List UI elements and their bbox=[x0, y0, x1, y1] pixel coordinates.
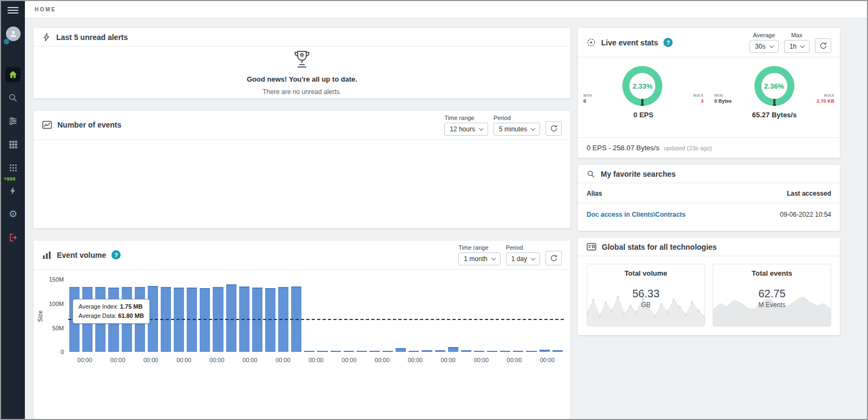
time-range-value: 12 hours bbox=[450, 125, 475, 133]
left-column: Last 5 unread alerts Good news! You bbox=[34, 28, 570, 419]
x-tick: 00:00 bbox=[333, 357, 366, 363]
hamburger-menu-button[interactable] bbox=[8, 5, 18, 15]
volume-controls: Time range 1 month Period 1 day bbox=[458, 241, 562, 269]
eps-min: MIN 0 bbox=[583, 93, 592, 106]
lightning-icon bbox=[9, 186, 17, 195]
bar-chart-icon bbox=[42, 251, 51, 259]
trophy-icon bbox=[291, 49, 313, 70]
user-avatar[interactable] bbox=[6, 26, 21, 41]
id-card-icon bbox=[587, 243, 596, 251]
max-value: 2.70 KB bbox=[817, 98, 834, 104]
live-stats-controls: Average 30s Max 1h bbox=[749, 28, 831, 57]
tooltip-label: Average Index: bbox=[78, 303, 119, 310]
max-value: 3 bbox=[693, 98, 703, 104]
app-window: +999 ⚙ HOME bbox=[0, 0, 868, 420]
volume-bar bbox=[317, 351, 327, 352]
home-icon bbox=[8, 70, 18, 79]
footer-updated: updated (23s ago) bbox=[663, 145, 712, 151]
chart-image-icon bbox=[42, 121, 52, 129]
volume-bar bbox=[409, 351, 419, 352]
help-badge[interactable]: ? bbox=[111, 250, 121, 259]
y-axis-ticks: 150M 100M 50M 0 bbox=[43, 279, 68, 352]
event-volume-header: Event volume ? Time range 1 month bbox=[34, 241, 570, 270]
volume-bar bbox=[396, 348, 406, 352]
card-title: Event volume bbox=[57, 251, 106, 259]
time-range-select[interactable]: 12 hours bbox=[444, 123, 488, 136]
sidebar-item-apps[interactable]: +999 bbox=[5, 160, 21, 175]
notification-count-badge: +999 bbox=[4, 176, 15, 182]
period-select[interactable]: 1 day bbox=[506, 252, 540, 265]
max-label: MAX bbox=[693, 93, 703, 98]
global-stats-card: Global stats for all technologies Total … bbox=[578, 238, 840, 335]
time-range-value: 1 month bbox=[464, 255, 487, 263]
y-tick: 50M bbox=[52, 325, 64, 331]
unread-alerts-header: Last 5 unread alerts bbox=[34, 28, 570, 46]
unread-alerts-body: Good news! You're all up to date. There … bbox=[34, 46, 570, 98]
live-event-stats-header: Live event stats ? Average 30s bbox=[578, 28, 840, 57]
time-range-label: Time range bbox=[458, 244, 500, 251]
x-tick: 00:00 bbox=[299, 357, 332, 363]
tooltip-value: 1.75 MB bbox=[120, 303, 143, 310]
y-tick: 150M bbox=[49, 276, 64, 283]
tooltip-label: Average Data: bbox=[78, 312, 116, 319]
time-range-select[interactable]: 1 month bbox=[458, 252, 500, 265]
period-control: Period 1 day bbox=[506, 244, 540, 265]
eps-donut-group: MIN 0 2.33% MAX 3 bbox=[578, 66, 709, 137]
sidebar-item-settings[interactable]: ⚙ bbox=[5, 206, 21, 222]
number-of-events-card: Number of events Time range 12 hours Pe bbox=[34, 111, 570, 229]
x-tick: 00:00 bbox=[266, 357, 299, 363]
time-range-control: Time range 12 hours bbox=[444, 115, 488, 136]
x-tick: 00:00 bbox=[233, 357, 266, 363]
volume-bar bbox=[487, 351, 497, 352]
gauge-icon bbox=[587, 38, 596, 47]
period-value: 5 minutes bbox=[499, 125, 527, 133]
stat-unit: GB bbox=[632, 301, 659, 309]
last-accessed-value: 09-06-2022 10:54 bbox=[780, 211, 831, 218]
favorite-search-link[interactable]: Doc access in Clients\Contracts bbox=[587, 211, 686, 218]
sidebar-item-search[interactable] bbox=[5, 90, 21, 105]
average-label: Average bbox=[749, 32, 778, 38]
stat-title: Total events bbox=[713, 269, 831, 277]
average-select[interactable]: 30s bbox=[749, 40, 778, 53]
stat-title: Total volume bbox=[587, 269, 705, 277]
volume-bar bbox=[435, 350, 445, 352]
volume-bar bbox=[553, 350, 563, 352]
time-range-control: Time range 1 month bbox=[458, 244, 500, 265]
average-control: Average 30s bbox=[749, 32, 778, 53]
min-label: MIN bbox=[583, 93, 592, 98]
refresh-button[interactable] bbox=[545, 121, 562, 136]
refresh-button[interactable] bbox=[545, 251, 562, 265]
bytes-min: MIN 0 Bytes bbox=[714, 93, 732, 106]
main-area: HOME Last 5 unread alerts bbox=[25, 1, 867, 419]
volume-bar bbox=[500, 351, 510, 352]
volume-bar bbox=[513, 351, 523, 352]
footer-stat: 0 EPS - 258.07 Bytes/s bbox=[587, 144, 659, 152]
x-tick: 00:00 bbox=[134, 357, 167, 363]
sidebar-item-settings-sliders[interactable] bbox=[5, 114, 21, 129]
grid-icon bbox=[9, 140, 18, 149]
chevron-down-icon bbox=[800, 43, 805, 48]
volume-bar bbox=[226, 284, 236, 352]
chevron-down-icon bbox=[531, 126, 535, 130]
chart-tooltip: Average Index: 1.75 MB Average Data: 61.… bbox=[73, 299, 150, 324]
sidebar: +999 ⚙ bbox=[1, 1, 25, 419]
refresh-button[interactable] bbox=[815, 38, 831, 53]
refresh-icon bbox=[819, 42, 827, 50]
x-tick: 00:00 bbox=[200, 357, 233, 363]
eps-max: MAX 3 bbox=[693, 93, 703, 106]
sidebar-item-home[interactable] bbox=[5, 67, 21, 82]
sidebar-item-alerts[interactable] bbox=[5, 183, 21, 198]
card-title: Live event stats bbox=[601, 38, 658, 47]
volume-bar bbox=[304, 351, 314, 352]
help-badge[interactable]: ? bbox=[663, 38, 673, 47]
sidebar-item-logout[interactable] bbox=[5, 230, 21, 245]
volume-bar bbox=[526, 351, 536, 352]
live-stats-footer: 0 EPS - 258.07 Bytes/s updated (23s ago) bbox=[578, 137, 840, 158]
max-select[interactable]: 1h bbox=[784, 40, 810, 53]
x-tick: 00:00 bbox=[531, 357, 564, 363]
sidebar-item-modules[interactable] bbox=[5, 137, 21, 152]
search-icon bbox=[8, 93, 18, 103]
period-value: 1 day bbox=[511, 255, 527, 263]
period-select[interactable]: 5 minutes bbox=[494, 123, 540, 136]
x-tick: 00:00 bbox=[432, 357, 465, 363]
